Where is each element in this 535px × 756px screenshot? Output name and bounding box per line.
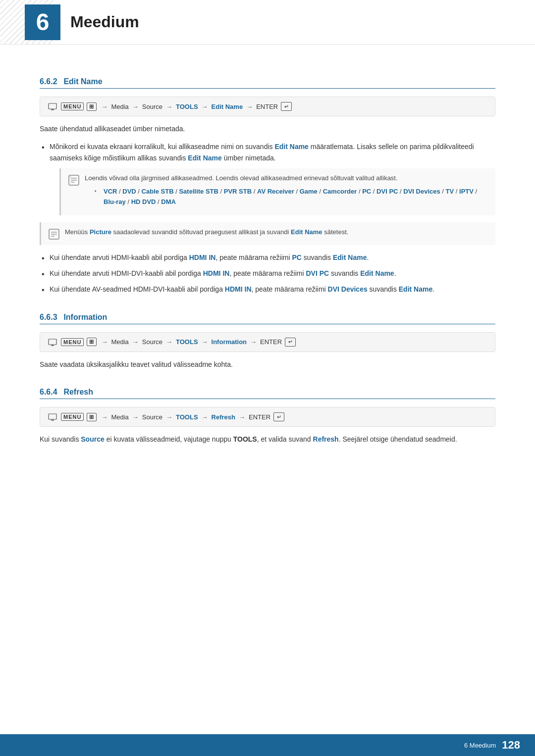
bullet-item-4: Kui ühendate AV-seadmed HDMI-DVI-kaabli … <box>40 284 495 295</box>
svg-rect-14 <box>49 414 56 419</box>
section-662-rule <box>40 88 495 89</box>
section-663-heading: 6.6.3 Information <box>40 313 495 322</box>
nav-path-information: MENU ⊞ → Media → Source → TOOLS → Inform… <box>40 332 495 352</box>
note-icon-1 <box>68 174 80 186</box>
svg-rect-15 <box>51 420 54 421</box>
footer-chapter-label: 6 Meedium <box>464 742 496 749</box>
information-intro: Saate vaadata üksikasjalikku teavet vali… <box>40 359 495 370</box>
section-664-title: Refresh <box>59 388 93 396</box>
note-icon-2 <box>48 228 60 240</box>
section-663-rule <box>40 324 495 324</box>
bullet-item-2: Kui ühendate arvuti HDMI-kaabli abil por… <box>40 252 495 263</box>
enter-icon-info: ↵ <box>285 338 296 347</box>
chapter-header: 6 Meedium <box>0 0 535 45</box>
svg-rect-0 <box>49 103 56 109</box>
device-list: VCR / DVD / Cable STB / Satellite STB / … <box>85 187 488 207</box>
svg-rect-11 <box>49 339 56 345</box>
device-list-item: VCR / DVD / Cable STB / Satellite STB / … <box>95 187 488 207</box>
nav-path-refresh: MENU ⊞ → Media → Source → TOOLS → Refres… <box>40 407 495 427</box>
bullet-item-3: Kui ühendate arvuti HDMI-DVI-kaabli abil… <box>40 268 495 279</box>
editname-bullets-2: Kui ühendate arvuti HDMI-kaabli abil por… <box>40 252 495 295</box>
menu-grid-icon: ⊞ <box>87 102 97 111</box>
menu-tv-icon-refresh <box>48 413 57 421</box>
section-662-heading: 6.6.2 Edit Name <box>40 77 495 86</box>
editname-bullets: Mõnikord ei kuvata ekraani korralikult, … <box>40 141 495 215</box>
footer-page-number: 128 <box>502 739 520 752</box>
page-footer: 6 Meedium 128 <box>0 734 535 756</box>
note-box-1: Loendis võivad olla järgmised allikasead… <box>59 168 495 215</box>
enter-icon-editname: ↵ <box>281 102 292 111</box>
menu-label-refresh: MENU <box>61 413 84 421</box>
nav-path-editname: MENU ⊞ → Media → Source → TOOLS → Edit N… <box>40 97 495 116</box>
menu-label-info: MENU <box>61 338 84 346</box>
refresh-intro: Kui suvandis Source ei kuvata välisseadm… <box>40 434 495 445</box>
section-663-title: Information <box>59 313 107 321</box>
section-662-title: Edit Name <box>59 77 102 86</box>
menu-tv-icon <box>48 102 57 110</box>
section-664-id: 6.6.4 <box>40 388 57 396</box>
menu-grid-icon-info: ⊞ <box>87 338 97 346</box>
chapter-title: Meedium <box>70 13 139 31</box>
bullet-item-1: Mõnikord ei kuvata ekraani korralikult, … <box>40 141 495 215</box>
menu-tv-icon-info <box>48 338 57 346</box>
section-664-heading: 6.6.4 Refresh <box>40 388 495 397</box>
editname-intro: Saate ühendatud allikaseadet ümber nimet… <box>40 123 495 134</box>
menu-grid-icon-refresh: ⊞ <box>87 413 97 421</box>
enter-icon-refresh: ↵ <box>273 412 284 421</box>
section-662-id: 6.6.2 <box>40 77 57 86</box>
svg-rect-1 <box>51 109 54 110</box>
note-box-2: Menüüs Picture saadaolevad suvandid sõlt… <box>40 222 495 245</box>
main-content: 6.6.2 Edit Name MENU ⊞ → Media → Source … <box>0 45 535 492</box>
menu-label: MENU <box>61 102 84 110</box>
section-664-rule <box>40 399 495 399</box>
section-663-id: 6.6.3 <box>40 313 57 321</box>
chapter-number: 6 <box>25 4 60 40</box>
svg-rect-12 <box>51 345 54 346</box>
